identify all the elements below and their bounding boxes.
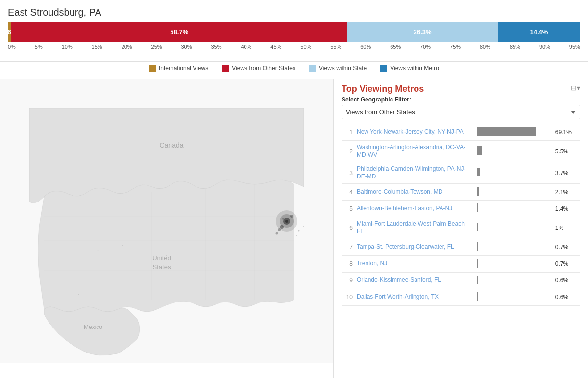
axis-tick: 65%	[390, 44, 401, 50]
bar-segment: 58.7%	[11, 22, 347, 42]
rank-cell: 7	[342, 239, 355, 255]
metro-name-cell: Dallas-Fort Worth-Arlington, TX	[355, 289, 475, 305]
right-panel: Top Viewing Metros ⊟▾ Select Geographic …	[333, 79, 588, 378]
pct-cell: 0.6%	[553, 289, 580, 305]
legend-label: Views from Other States	[232, 65, 295, 72]
rank-cell: 3	[342, 162, 355, 184]
svg-text:Canada: Canada	[159, 141, 183, 149]
svg-text:Mexico: Mexico	[84, 324, 102, 330]
axis-tick: 70%	[420, 44, 431, 50]
svg-point-15	[285, 220, 288, 223]
svg-point-22	[303, 226, 304, 227]
axis-tick: 80%	[480, 44, 490, 50]
metro-bar-cell	[475, 201, 553, 217]
pct-cell: 69.1%	[553, 124, 580, 141]
table-row: 8Trenton, NJ0.7%	[342, 255, 580, 272]
metro-bar-cell	[475, 141, 553, 162]
legend-swatch	[309, 65, 316, 72]
rank-cell: 8	[342, 255, 355, 272]
legend-label: Views within Metro	[390, 65, 439, 72]
svg-point-27	[78, 294, 79, 295]
metro-bar-cell	[475, 289, 553, 305]
legend-swatch	[380, 65, 387, 72]
metro-name-cell: New York-Newark-Jersey City, NY-NJ-PA	[355, 124, 475, 141]
rank-cell: 6	[342, 217, 355, 239]
axis-tick: 50%	[300, 44, 311, 50]
table-row: 3Philadelphia-Camden-Wilmington, PA-NJ-D…	[342, 162, 580, 184]
map-area: Canada United States Mexico	[0, 79, 333, 378]
axis-tick: 5%	[35, 44, 43, 50]
legend-item: Views from Other States	[222, 65, 295, 72]
svg-point-26	[196, 284, 196, 285]
metro-bar	[477, 276, 477, 284]
table-row: 7Tampa-St. Petersburg-Clearwater, FL0.7%	[342, 239, 580, 255]
axis-tick: 15%	[92, 44, 102, 50]
svg-text:United: United	[152, 254, 171, 262]
metro-bar	[477, 292, 477, 301]
metro-name-cell: Miami-Fort Lauderdale-West Palm Beach, F…	[355, 217, 475, 239]
metro-bar-cell	[475, 124, 553, 141]
geographic-filter-select[interactable]: Views from Other StatesViews within Stat…	[342, 105, 580, 119]
metro-bar	[477, 146, 482, 155]
metro-bar	[477, 203, 478, 212]
metro-bar-cell	[475, 239, 553, 255]
filter-label: Select Geographic Filter:	[342, 96, 580, 103]
rank-cell: 10	[342, 289, 355, 305]
metro-bar	[477, 127, 536, 136]
rank-cell: 4	[342, 184, 355, 201]
svg-point-17	[278, 228, 281, 231]
metro-bar	[477, 187, 479, 196]
pct-cell: 1%	[553, 217, 580, 239]
metro-name-cell: Philadelphia-Camden-Wilmington, PA-NJ-DE…	[355, 162, 475, 184]
metro-bar-cell	[475, 217, 553, 239]
metro-name-cell: Allentown-Bethlehem-Easton, PA-NJ	[355, 201, 475, 217]
table-row: 2Washington-Arlington-Alexandria, DC-VA-…	[342, 141, 580, 162]
table-row: 6Miami-Fort Lauderdale-West Palm Beach, …	[342, 217, 580, 239]
main-content: Canada United States Mexico	[0, 79, 588, 378]
pct-cell: 3.7%	[553, 162, 580, 184]
metro-name-cell: Washington-Arlington-Alexandria, DC-VA-M…	[355, 141, 475, 162]
metro-bar-cell	[475, 272, 553, 289]
table-row: 5Allentown-Bethlehem-Easton, PA-NJ1.4%	[342, 201, 580, 217]
pct-cell: 2.1%	[553, 184, 580, 201]
metro-name-cell: Orlando-Kissimmee-Sanford, FL	[355, 272, 475, 289]
filter-icon[interactable]: ⊟▾	[571, 84, 580, 92]
metro-bar-cell	[475, 162, 553, 184]
table-row: 1New York-Newark-Jersey City, NY-NJ-PA69…	[342, 124, 580, 141]
legend-label: Views within State	[319, 65, 367, 72]
metro-bar	[477, 259, 478, 268]
svg-text:States: States	[153, 263, 171, 271]
pct-cell: 0.7%	[553, 255, 580, 272]
axis-tick: 30%	[181, 44, 192, 50]
legend-label: International Views	[159, 65, 208, 72]
rank-cell: 5	[342, 201, 355, 217]
svg-point-19	[290, 215, 293, 218]
svg-point-18	[276, 232, 278, 235]
axis-tick: 60%	[360, 44, 371, 50]
metro-bar-cell	[475, 255, 553, 272]
map-svg: Canada United States Mexico	[0, 79, 333, 363]
pct-cell: 0.6%	[553, 272, 580, 289]
svg-point-25	[122, 245, 123, 246]
svg-point-20	[282, 218, 284, 220]
metro-name-cell: Baltimore-Columbia-Towson, MD	[355, 184, 475, 201]
metro-name-cell: Trenton, NJ	[355, 255, 475, 272]
panel-title: Top Viewing Metros	[342, 84, 424, 94]
rank-cell: 2	[342, 141, 355, 162]
pct-cell: 5.5%	[553, 141, 580, 162]
table-row: 10Dallas-Fort Worth-Arlington, TX0.6%	[342, 289, 580, 305]
axis-tick: 85%	[510, 44, 520, 50]
metro-bar	[477, 242, 478, 251]
table-row: 4Baltimore-Columbia-Towson, MD2.1%	[342, 184, 580, 201]
metro-bar-cell	[475, 184, 553, 201]
svg-point-24	[98, 250, 98, 251]
svg-point-28	[166, 255, 167, 256]
axis-tick: 20%	[122, 44, 132, 50]
axis-tick: 10%	[62, 44, 73, 50]
svg-point-16	[280, 225, 284, 229]
axis-tick: 40%	[241, 44, 251, 50]
metros-table: 1New York-Newark-Jersey City, NY-NJ-PA69…	[342, 124, 580, 306]
panel-header: Top Viewing Metros ⊟▾	[342, 84, 580, 96]
svg-point-21	[298, 230, 300, 232]
axis-tick: 75%	[450, 44, 461, 50]
